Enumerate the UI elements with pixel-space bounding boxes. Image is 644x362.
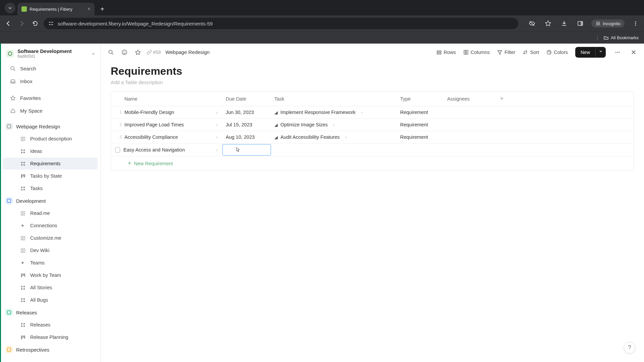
eye-off-icon[interactable] <box>527 18 537 28</box>
sidebar-item-all-bugs[interactable]: All Bugs <box>3 294 98 306</box>
url-bar[interactable]: software-development.fibery.io/Webpage_R… <box>44 18 518 29</box>
breadcrumb-id[interactable]: #59 <box>147 50 161 55</box>
cell-name[interactable]: 2Improved Page Load Times› <box>111 119 222 131</box>
col-header-name[interactable]: Name <box>111 92 222 106</box>
chevron-right-icon[interactable]: › <box>216 122 218 127</box>
cell-type[interactable]: Requirement <box>396 131 443 143</box>
cell-name[interactable]: Easy Access and Navigation› <box>111 143 222 156</box>
cell-due-date[interactable]: Aug 10, 2023 <box>222 131 270 143</box>
new-tab-button[interactable]: + <box>97 4 107 14</box>
chevron-right-icon[interactable]: › <box>216 110 218 115</box>
tab-search-dropdown[interactable] <box>5 3 15 13</box>
table-row[interactable]: Easy Access and Navigation› <box>111 143 634 157</box>
search-icon <box>9 65 16 72</box>
chevron-right-icon[interactable]: › <box>216 147 218 153</box>
sidebar-item-tasks-by-state[interactable]: Tasks by State <box>3 170 98 182</box>
sidebar-item-ideas[interactable]: Ideas <box>3 145 98 157</box>
new-button[interactable]: New <box>575 47 595 58</box>
cell-type[interactable]: Requirement <box>396 106 443 118</box>
row-checkbox[interactable] <box>115 147 120 153</box>
sidebar-search[interactable]: Search <box>3 62 98 74</box>
close-icon[interactable] <box>629 48 638 57</box>
all-bookmarks-button[interactable]: All Bookmarks <box>611 35 639 40</box>
page-title[interactable]: Requirements <box>111 65 634 77</box>
help-button[interactable]: ? <box>624 342 635 353</box>
site-settings-icon[interactable] <box>48 21 54 26</box>
sidebar-item-requirements[interactable]: Requirements <box>3 158 98 170</box>
bookmark-star-icon[interactable] <box>543 18 553 28</box>
tab-close-icon[interactable]: × <box>88 6 91 12</box>
sidebar-space-webpage-redesign[interactable]: Webpage Redesign <box>0 120 100 132</box>
view-icon <box>19 160 26 167</box>
cell-assignees[interactable] <box>443 119 493 131</box>
cell-assignees[interactable] <box>443 106 493 118</box>
cell-assignees[interactable] <box>444 143 495 156</box>
task-chip[interactable]: ◢Audit Accessibility Features› <box>274 134 346 140</box>
cell-due-date[interactable]: Jun 30, 2023 <box>222 106 270 118</box>
tool-colors[interactable]: Colors <box>546 50 568 55</box>
workspace-switcher[interactable]: Software Development 6ad8d3d1 <box>0 44 100 62</box>
sidebar-item-releases[interactable]: Releases <box>3 319 98 331</box>
cell-task[interactable] <box>272 143 397 156</box>
add-column-button[interactable]: + <box>493 92 510 106</box>
task-chip[interactable]: ◢Implement Responsive Framework› <box>274 110 363 115</box>
sidebar-item-connections[interactable]: Connections <box>3 220 98 232</box>
cell-type[interactable] <box>397 143 444 156</box>
table-row[interactable]: 2Improved Page Load Times› Jul 15, 2023 … <box>111 119 634 131</box>
forward-button[interactable] <box>17 18 27 28</box>
cell-due-date[interactable]: Jul 15, 2023 <box>222 119 270 131</box>
sidebar-space-releases[interactable]: Releases <box>0 306 100 318</box>
tool-columns[interactable]: Columns <box>463 50 490 55</box>
search-icon[interactable] <box>107 48 115 57</box>
sidebar-item-all-stories[interactable]: All Stories <box>3 282 98 294</box>
side-panel-icon[interactable] <box>575 18 585 28</box>
new-dropdown[interactable] <box>595 47 606 58</box>
page-description[interactable]: Add a Table description <box>111 79 634 85</box>
sidebar-item-release-planning[interactable]: Release Planning <box>3 331 98 343</box>
cell-task[interactable]: ◢Optimize Image Sizes› <box>270 119 396 131</box>
col-header-task[interactable]: Task <box>270 92 396 106</box>
table-row[interactable]: 3Accessibility Compliance› Aug 10, 2023 … <box>111 131 634 143</box>
cell-task[interactable]: ◢Implement Responsive Framework› <box>270 106 396 118</box>
cell-assignees[interactable] <box>443 131 493 143</box>
sidebar-item-product-description[interactable]: Product description <box>3 133 98 145</box>
table-row[interactable]: 1Mobile-Friendly Design› Jun 30, 2023 ◢I… <box>111 106 634 119</box>
sidebar-inbox[interactable]: Inbox <box>3 75 98 87</box>
sidebar-space-retrospectives[interactable]: Retrospectives <box>0 344 100 356</box>
chevron-right-icon[interactable]: › <box>216 134 218 140</box>
sidebar-favorites[interactable]: Favorites <box>3 92 98 104</box>
browser-menu-icon[interactable] <box>631 18 641 28</box>
task-chip[interactable]: ◢Optimize Image Sizes› <box>274 122 335 127</box>
tool-rows[interactable]: Rows <box>436 50 456 55</box>
cell-due-date[interactable] <box>222 144 271 156</box>
new-requirement-button[interactable]: + New Requirement <box>111 157 634 170</box>
home-icon <box>9 107 16 114</box>
sidebar-item-dev-wiki[interactable]: Dev Wiki <box>3 244 98 256</box>
col-header-due[interactable]: Due Date <box>222 92 270 106</box>
breadcrumb-name[interactable]: Webpage Redesign <box>165 49 209 55</box>
cell-type[interactable]: Requirement <box>396 119 443 131</box>
sidebar-item-read.me[interactable]: Read.me <box>3 207 98 219</box>
downloads-icon[interactable] <box>559 18 569 28</box>
back-button[interactable] <box>3 18 13 28</box>
sidebar-item-customize.me[interactable]: Customize.me <box>3 232 98 244</box>
cell-name[interactable]: 3Accessibility Compliance› <box>111 131 222 143</box>
cell-name[interactable]: 1Mobile-Friendly Design› <box>111 106 222 118</box>
sidebar-item-work-by-team[interactable]: Work by Team <box>3 269 98 281</box>
col-header-type[interactable]: Type <box>396 92 443 106</box>
sidebar-my-space[interactable]: My Space <box>3 105 98 117</box>
incognito-badge[interactable]: Incognito <box>591 19 625 27</box>
more-icon[interactable] <box>613 48 622 57</box>
star-icon[interactable] <box>133 48 142 57</box>
col-header-assignees[interactable]: Assignees <box>443 92 493 106</box>
browser-tab[interactable]: Requirements | Fibery × <box>17 3 95 15</box>
reload-button[interactable] <box>30 18 40 28</box>
emoji-icon[interactable] <box>120 48 129 57</box>
svg-rect-50 <box>22 336 23 338</box>
sidebar-item-tasks[interactable]: Tasks <box>3 182 98 194</box>
sidebar-item-teams[interactable]: Teams <box>3 257 98 269</box>
cell-task[interactable]: ◢Audit Accessibility Features› <box>270 131 396 143</box>
tool-filter[interactable]: Filter <box>497 50 515 55</box>
sidebar-space-development[interactable]: Development <box>0 195 100 207</box>
tool-sort[interactable]: Sort <box>523 50 539 55</box>
